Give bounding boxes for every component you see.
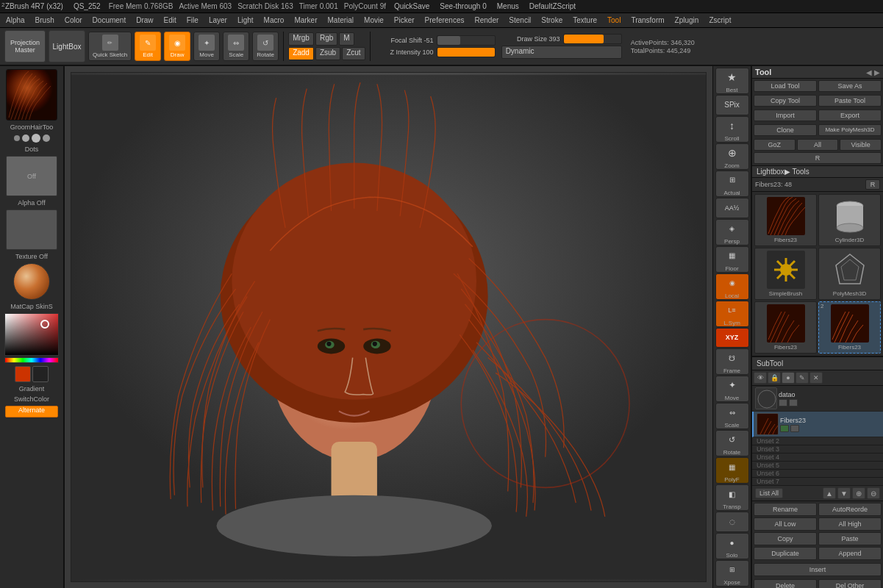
matcap-preview[interactable]	[13, 263, 50, 300]
autoreorder-btn[interactable]: AutoReorde	[818, 503, 882, 516]
local-btn[interactable]: ◉ Local	[715, 273, 749, 300]
actual-btn[interactable]: ⊞ Actual	[715, 171, 749, 197]
menu-zscript[interactable]: Zscript	[706, 15, 734, 25]
paste-tool-btn[interactable]: Paste Tool	[818, 95, 882, 107]
datao-eye[interactable]	[779, 399, 787, 406]
m-btn[interactable]: M	[339, 32, 354, 46]
make-polymesh-btn[interactable]: Make PolyMesh3D	[818, 124, 882, 136]
subtool-close-btn[interactable]: ✕	[809, 372, 823, 384]
fibers-lock[interactable]	[790, 425, 799, 432]
seethrough-btn[interactable]: See-through 0	[437, 1, 488, 11]
texture-preview[interactable]	[6, 209, 57, 250]
menu-stroke[interactable]: Stroke	[538, 15, 565, 25]
rename-btn[interactable]: Rename	[754, 503, 817, 516]
import-btn[interactable]: Import	[754, 110, 817, 121]
menu-light[interactable]: Light	[235, 15, 257, 25]
mrgb-btn[interactable]: Mrgb	[288, 32, 314, 46]
del-other-btn[interactable]: Del Other	[818, 579, 882, 588]
menu-macro[interactable]: Macro	[261, 15, 287, 25]
dot2[interactable]	[22, 135, 29, 142]
tool-item-fibers2[interactable]: Fibers23	[754, 301, 817, 354]
all-btn[interactable]: All	[797, 139, 839, 151]
export-btn[interactable]: Export	[818, 110, 882, 121]
alpha-preview[interactable]: Off	[6, 156, 57, 196]
menu-document[interactable]: Document	[90, 15, 129, 25]
viewport[interactable]	[71, 73, 706, 581]
subtool-edit-btn[interactable]: ✎	[796, 372, 809, 384]
best-btn[interactable]: ★ Best	[715, 68, 749, 94]
transp-btn[interactable]: ◧ Transp	[715, 484, 749, 511]
subtool-eye-btn[interactable]: 👁	[754, 372, 767, 384]
save-as-btn[interactable]: Save As	[818, 80, 882, 92]
z-intensity-slider[interactable]	[437, 47, 496, 57]
defaultzscript-btn[interactable]: DefaultZScript	[527, 1, 578, 11]
aahalf-btn[interactable]: AA½	[715, 198, 749, 218]
datao-lock[interactable]	[789, 399, 798, 406]
menu-color[interactable]: Color	[62, 15, 85, 25]
spix-btn[interactable]: SPix	[715, 95, 749, 115]
r-tool-btn[interactable]: R	[865, 179, 880, 190]
menu-picker[interactable]: Picker	[391, 15, 418, 25]
zsub-btn[interactable]: Zsub	[315, 47, 340, 60]
rotate-side-btn[interactable]: ↺ Rotate	[715, 430, 749, 456]
scale-btn[interactable]: ⇔ Scale	[223, 32, 249, 61]
subtool-lock-btn[interactable]: 🔒	[768, 372, 781, 384]
lightbox-btn[interactable]: LightBox	[49, 30, 85, 62]
dot1[interactable]	[14, 135, 20, 141]
quicksave-btn[interactable]: QuickSave	[392, 1, 432, 11]
foreground-swatch[interactable]	[15, 366, 31, 382]
subtool-item-datao[interactable]: datao	[752, 386, 883, 412]
lightbox-tools-header[interactable]: Lightbox▶ Tools	[752, 165, 883, 178]
projection-master-btn[interactable]: Projection Master	[4, 30, 46, 62]
zadd-btn[interactable]: Zadd	[288, 47, 314, 60]
visible-btn[interactable]: Visible	[840, 139, 882, 151]
menu-stencil[interactable]: Stencil	[506, 15, 534, 25]
copy-subtool-btn[interactable]: Copy	[754, 532, 817, 545]
subtool-merge-btn[interactable]: ⊕	[852, 487, 865, 499]
list-all-btn[interactable]: List All	[755, 488, 783, 498]
tool-item-cylinder[interactable]: Cylinder3D	[818, 194, 881, 246]
menu-material[interactable]: Material	[325, 15, 357, 25]
hue-strip[interactable]	[4, 357, 59, 363]
move-side-btn[interactable]: ✦ Move	[715, 376, 749, 402]
menu-alpha[interactable]: Alpha	[3, 15, 28, 25]
lsym-btn[interactable]: L≡ L.Sym	[715, 301, 749, 327]
xpose-btn[interactable]: ⊞ Xpose	[715, 560, 749, 587]
dynamic-btn[interactable]: Dynamic	[501, 46, 622, 59]
subtool-up-btn[interactable]: ▲	[823, 487, 836, 499]
quick-sketch-btn[interactable]: ✏ Quick Sketch	[88, 32, 132, 61]
frame-btn[interactable]: ☋ Frame	[715, 348, 749, 375]
load-tool-btn[interactable]: Load Tool	[754, 80, 817, 92]
menu-render[interactable]: Render	[472, 15, 502, 25]
subtool-color-btn[interactable]: ●	[782, 372, 795, 384]
paste-subtool-btn[interactable]: Paste	[818, 532, 882, 545]
all-high-btn[interactable]: All High	[818, 517, 882, 531]
menu-brush[interactable]: Brush	[32, 15, 57, 25]
draw-btn[interactable]: ◉ Draw	[164, 32, 190, 61]
alternate-btn[interactable]: Alternate	[5, 406, 58, 417]
r-btn[interactable]: R	[754, 152, 882, 164]
subtool-item-fibers[interactable]: Fibers23	[752, 412, 883, 437]
color-picker-main[interactable]	[4, 313, 59, 356]
menu-file[interactable]: File	[184, 15, 201, 25]
rotate-btn[interactable]: ↺ Rotate	[252, 32, 279, 61]
edit-btn[interactable]: ✎ Edit	[135, 32, 161, 61]
background-swatch[interactable]	[32, 366, 49, 382]
menu-layer[interactable]: Layer	[206, 15, 230, 25]
solo-btn[interactable]: ● Solo	[715, 533, 749, 559]
xyz-btn[interactable]: XYZ	[715, 328, 749, 348]
move-btn[interactable]: ✦ Move	[193, 32, 220, 61]
persp-btn[interactable]: ◈ Persp	[715, 219, 749, 245]
menu-tool[interactable]: Tool	[604, 15, 623, 25]
tool-item-polymesh[interactable]: PolyMesh3D	[818, 248, 881, 300]
duplicate-btn[interactable]: Duplicate	[754, 547, 817, 560]
subtool-down-btn[interactable]: ▼	[837, 487, 851, 499]
scroll-btn[interactable]: ↕ Scroll	[715, 116, 749, 143]
dot3[interactable]	[32, 134, 40, 143]
ghost-btn[interactable]: ◌	[715, 512, 749, 532]
brush-preview[interactable]	[6, 69, 57, 121]
tool-item-fibers3[interactable]: 2 Fibers23	[818, 301, 881, 354]
clone-btn[interactable]: Clone	[754, 124, 817, 136]
draw-size-slider[interactable]	[563, 34, 622, 44]
tool-panel-close[interactable]: ◀ ▶	[866, 68, 880, 76]
